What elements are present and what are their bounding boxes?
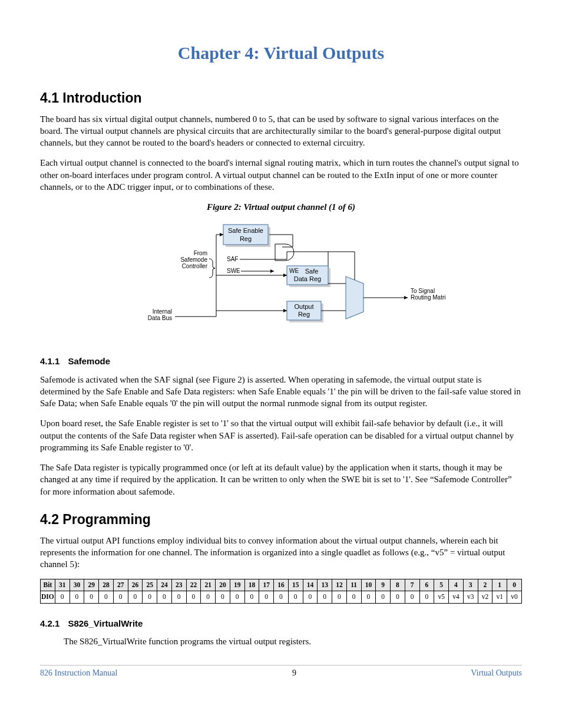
dio-row-label: DIO <box>41 591 55 604</box>
bit-header-cell: 0 <box>507 579 522 591</box>
bit-header-cell: 20 <box>216 579 230 591</box>
bit-header-cell: 30 <box>70 579 84 591</box>
bit-header-cell: 13 <box>318 579 332 591</box>
dio-cell: 0 <box>216 591 230 604</box>
bit-header-cell: 22 <box>186 579 201 591</box>
dio-cell: 0 <box>419 591 434 604</box>
bit-header-cell: 25 <box>143 579 157 591</box>
saf-label: SAF <box>227 256 238 262</box>
footer-left: 826 Instruction Manual <box>40 668 117 679</box>
svg-marker-26 <box>283 274 287 277</box>
bit-header-cell: 1 <box>492 579 507 591</box>
svg-marker-10 <box>270 269 274 273</box>
dio-cell: v1 <box>492 591 507 604</box>
dio-cell: 0 <box>274 591 289 604</box>
bit-header-cell: 27 <box>113 579 128 591</box>
bit-header-cell: 7 <box>405 579 419 591</box>
section-4-2-1-heading: 4.2.1S826_VirtualWrite <box>40 618 522 630</box>
dio-cell: v2 <box>478 591 492 604</box>
svg-text:Routing Matrix: Routing Matrix <box>411 294 446 301</box>
bit-header-cell: 26 <box>128 579 143 591</box>
bit-header-cell: 23 <box>171 579 186 591</box>
section-4-2-p1: The virtual output API functions employ … <box>40 535 522 571</box>
svg-marker-29 <box>346 276 363 319</box>
section-4-1-1-p1: Safemode is activated when the SAF signa… <box>40 374 522 410</box>
dio-cell: 0 <box>332 591 347 604</box>
section-4-1-1-p2: Upon board reset, the Safe Enable regist… <box>40 417 522 453</box>
bit-header-label: Bit <box>41 579 55 591</box>
svg-text:Reg: Reg <box>298 311 310 318</box>
bit-header-cell: 6 <box>419 579 434 591</box>
bit-header-cell: 14 <box>303 579 318 591</box>
dio-cell: 0 <box>70 591 84 604</box>
dio-cell: v5 <box>434 591 449 604</box>
svg-text:Data Reg: Data Reg <box>294 275 321 282</box>
bit-header-cell: 4 <box>449 579 464 591</box>
dio-cell: 0 <box>346 591 361 604</box>
bit-header-cell: 31 <box>55 579 70 591</box>
dio-cell: v4 <box>449 591 464 604</box>
page-footer: 826 Instruction Manual 9 Virtual Outputs <box>40 665 522 679</box>
dio-cell: 0 <box>128 591 143 604</box>
to-matrix-label: To Signal <box>411 288 435 294</box>
bit-header-cell: 24 <box>157 579 172 591</box>
bit-header-cell: 19 <box>230 579 244 591</box>
section-4-1-p1: The board has six virtual digital output… <box>40 113 522 149</box>
bit-header-cell: 15 <box>288 579 303 591</box>
bit-header-cell: 11 <box>346 579 361 591</box>
dio-cell: 0 <box>201 591 216 604</box>
bit-header-cell: 3 <box>463 579 478 591</box>
bit-layout-table: Bit3130292827262524232221201918171615141… <box>40 579 522 604</box>
dio-cell: 0 <box>99 591 114 604</box>
svg-text:Reg: Reg <box>240 235 252 242</box>
svg-marker-24 <box>220 233 223 236</box>
footer-right: Virtual Outputs <box>471 668 522 679</box>
dio-cell: 0 <box>171 591 186 604</box>
output-reg-label: Output <box>294 303 313 310</box>
bit-header-cell: 16 <box>274 579 289 591</box>
dio-cell: 0 <box>259 591 274 604</box>
figure-caption: Figure 2: Virtual output channel (1 of 6… <box>40 201 522 213</box>
dio-cell: v3 <box>463 591 478 604</box>
internal-bus-label: Internal <box>153 308 172 315</box>
dio-cell: 0 <box>186 591 201 604</box>
bit-header-cell: 21 <box>201 579 216 591</box>
svg-text:Safemode: Safemode <box>180 256 207 263</box>
svg-marker-28 <box>283 309 287 312</box>
bit-header-cell: 18 <box>244 579 259 591</box>
bit-header-cell: 29 <box>84 579 99 591</box>
bit-header-cell: 28 <box>99 579 114 591</box>
dio-cell: 0 <box>230 591 244 604</box>
svg-text:Data Bus: Data Bus <box>148 315 172 321</box>
swe-label: SWE <box>227 268 240 274</box>
dio-cell: 0 <box>318 591 332 604</box>
section-4-1-1-p3: The Safe Data register is typically prog… <box>40 462 522 498</box>
dio-cell: 0 <box>143 591 157 604</box>
bit-header-cell: 10 <box>361 579 376 591</box>
dio-cell: v0 <box>507 591 522 604</box>
chapter-title: Chapter 4: Virtual Outputs <box>40 41 522 65</box>
dio-cell: 0 <box>113 591 128 604</box>
dio-cell: 0 <box>157 591 172 604</box>
dio-cell: 0 <box>55 591 70 604</box>
dio-cell: 0 <box>405 591 419 604</box>
dio-cell: 0 <box>303 591 318 604</box>
figure-diagram: Safe Enable Reg From Safemode Controller… <box>40 218 522 341</box>
svg-text:Controller: Controller <box>182 263 208 269</box>
bit-header-cell: 12 <box>332 579 347 591</box>
section-4-2-1-p1: The S826_VirtualWrite function programs … <box>64 635 522 647</box>
dio-cell: 0 <box>361 591 376 604</box>
section-4-1-p2: Each virtual output channel is connected… <box>40 157 522 193</box>
footer-page-number: 9 <box>292 668 296 679</box>
bit-header-cell: 8 <box>391 579 405 591</box>
svg-marker-35 <box>404 296 408 299</box>
bit-header-cell: 9 <box>376 579 391 591</box>
dio-cell: 0 <box>288 591 303 604</box>
bit-header-cell: 5 <box>434 579 449 591</box>
from-safemode-label: From <box>194 250 207 256</box>
safe-data-reg-label: Safe <box>305 268 319 275</box>
safe-enable-reg-label: Safe Enable <box>228 227 263 234</box>
dio-cell: 0 <box>84 591 99 604</box>
we-label: WE <box>289 268 299 274</box>
dio-cell: 0 <box>244 591 259 604</box>
